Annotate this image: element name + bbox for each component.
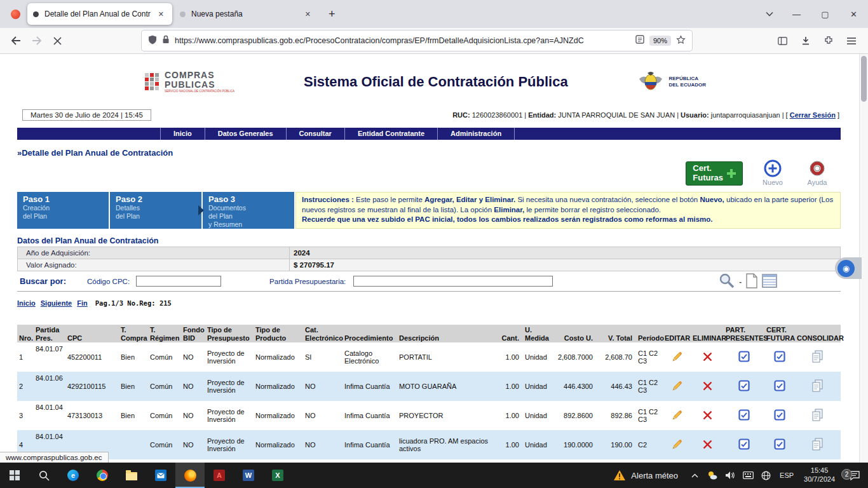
weather-alert-widget[interactable]: Alerta méteo [606, 463, 686, 488]
tracking-shield-icon[interactable] [148, 35, 157, 47]
delete-button[interactable] [691, 430, 724, 459]
hidden-icons-chevron[interactable] [686, 463, 703, 488]
network-globe-icon[interactable] [757, 463, 775, 488]
language-indicator[interactable]: ESP [775, 471, 799, 479]
step-3[interactable]: Paso 3 Documentos del Plan y Resumen [203, 192, 294, 229]
firefox-icon[interactable] [11, 10, 20, 19]
edit-button[interactable] [663, 430, 691, 459]
file-explorer-icon[interactable] [117, 463, 146, 488]
volume-icon[interactable] [721, 463, 739, 488]
document-icon[interactable] [745, 273, 758, 290]
stop-reload-button[interactable] [47, 30, 68, 51]
delete-button[interactable] [691, 342, 724, 372]
maximize-button[interactable]: ▢ [811, 0, 839, 28]
nuevo-button[interactable]: Nuevo [758, 159, 787, 186]
sidebar-icon[interactable] [772, 30, 793, 51]
table-cell: C2 [636, 430, 663, 459]
consolidar-button[interactable] [795, 430, 841, 459]
menu-item-inicio[interactable]: Inicio [160, 128, 205, 140]
new-tab-button[interactable]: + [321, 8, 343, 21]
table-cell: Común [148, 401, 181, 430]
consolidar-button[interactable] [795, 372, 841, 401]
menu-item-datos-generales[interactable]: Datos Generales [205, 128, 287, 140]
zoom-level-badge[interactable]: 90% [649, 36, 671, 46]
touch-keyboard-icon[interactable] [739, 463, 757, 488]
taskbar-clock[interactable]: 15:45 30/7/2024 [799, 466, 840, 484]
part-presentes-button[interactable] [724, 430, 764, 459]
step-2[interactable]: Paso 2 Detalles del Plan [110, 192, 201, 229]
step-1[interactable]: Paso 1 Creación del Plan [17, 192, 109, 229]
delete-button[interactable] [691, 372, 724, 401]
table-cell: 892.86 [597, 401, 636, 430]
forward-button[interactable] [26, 30, 47, 51]
pagination-fin-link[interactable]: Fin [77, 299, 88, 307]
datos-row: Año de Adquisición: 2024 [18, 247, 841, 259]
lock-icon[interactable] [162, 35, 170, 46]
excel-icon[interactable]: X [263, 463, 292, 488]
scrollbar-thumb[interactable] [861, 56, 867, 102]
edit-pencil-icon [672, 351, 682, 362]
floating-assistant-widget[interactable]: ◉ [835, 257, 862, 279]
web-page: COMPRAS PUBLICAS SERVICIO NACIONAL DE CO… [0, 54, 868, 463]
minimize-button[interactable]: — [782, 0, 811, 28]
circle-plus-icon [763, 159, 782, 178]
menu-item-consultar[interactable]: Consultar [287, 128, 345, 140]
chrome-icon[interactable] [88, 463, 117, 488]
cert-futuras-button[interactable]: Cert. Futuras [686, 161, 743, 186]
weather-tray-icon[interactable] [703, 463, 721, 488]
edit-button[interactable] [663, 401, 691, 430]
consolidar-button[interactable] [795, 342, 841, 372]
search-icon[interactable] [719, 273, 735, 290]
cert-futura-button[interactable] [764, 342, 795, 372]
tab-nueva-pestana[interactable]: Nueva pestaña ✕ [174, 3, 319, 25]
taskbar-search-icon[interactable] [29, 463, 58, 488]
cert-futura-button[interactable] [764, 372, 795, 401]
start-button[interactable] [0, 463, 29, 488]
edit-button[interactable] [663, 372, 691, 401]
list-tabs-chevron-icon[interactable] [757, 11, 782, 17]
part-presentes-button[interactable] [724, 401, 764, 430]
pagination-inicio-link[interactable]: Inicio [17, 299, 36, 307]
partida-input[interactable] [353, 276, 553, 287]
table-cell: 2 [17, 372, 34, 401]
url-bar[interactable]: https://www.compraspublicas.gob.ec/Proce… [142, 30, 692, 51]
acrobat-icon[interactable]: A [205, 463, 234, 488]
table-cell: 446.4300 [552, 372, 597, 401]
reader-mode-icon[interactable] [635, 35, 644, 46]
cert-futura-button[interactable] [764, 430, 795, 459]
outlook-icon[interactable] [146, 463, 175, 488]
steps-row: Paso 1 Creación del Plan Paso 2 Detalles… [17, 192, 841, 229]
bookmark-star-icon[interactable] [676, 35, 686, 47]
delete-button[interactable] [691, 401, 724, 430]
list-view-icon[interactable] [762, 274, 777, 289]
table-row: 484.01.04ComúnNOProyecto de InversiónNor… [17, 430, 841, 459]
downloads-icon[interactable] [795, 30, 816, 51]
tab-close-icon[interactable]: ✕ [156, 10, 166, 19]
part-presentes-button[interactable] [724, 342, 764, 372]
pagination: Inicio Siguiente Fin Pag.1/3 No.Reg: 215 [17, 299, 841, 307]
tab-close-icon[interactable]: ✕ [302, 10, 313, 19]
edge-icon[interactable]: e [58, 463, 88, 488]
extensions-icon[interactable] [818, 30, 839, 51]
action-center-button[interactable]: 2 [840, 463, 868, 488]
menu-item-entidad-contratante[interactable]: Entidad Contratante [345, 128, 438, 140]
cpc-input[interactable] [136, 276, 221, 287]
logout-link[interactable]: Cerrar Sesión [790, 111, 836, 119]
table-cell: Infima Cuantía [342, 372, 397, 401]
firefox-taskbar-icon[interactable] [175, 463, 205, 488]
cert-futura-button[interactable] [764, 401, 795, 430]
menu-item-administracion[interactable]: Administración [438, 128, 515, 140]
back-button[interactable] [5, 30, 26, 51]
tab-detalle-plan[interactable]: Detalle del Plan Anual de Contr ✕ [27, 3, 172, 25]
column-header: Partida Pres. [34, 325, 65, 342]
menu-hamburger-icon[interactable] [841, 30, 862, 51]
delete-x-icon [703, 410, 712, 420]
word-icon[interactable]: W [234, 463, 263, 488]
part-presentes-button[interactable] [724, 372, 764, 401]
ayuda-button[interactable]: Ayuda [803, 159, 832, 186]
consolidar-button[interactable] [795, 401, 841, 430]
pagination-siguiente-link[interactable]: Siguiente [41, 299, 72, 307]
edit-button[interactable] [663, 342, 691, 372]
close-button[interactable]: ✕ [839, 0, 868, 28]
entidad-value: JUNTA PARROQUIAL DE SAN JUAN [558, 111, 675, 119]
